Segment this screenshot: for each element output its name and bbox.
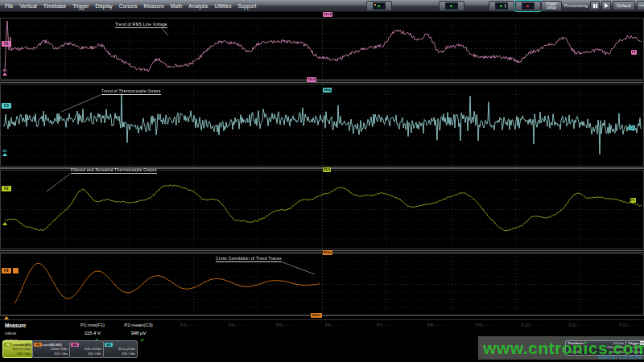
menu-item-support[interactable]: Support bbox=[237, 3, 256, 9]
trace-chip-F1[interactable]: F1 bbox=[2, 41, 11, 47]
marker-trig-time bbox=[4, 316, 9, 319]
pause-icon bbox=[593, 4, 595, 8]
measure-col-label-2[interactable]: P2:mean(C3) bbox=[114, 323, 163, 327]
status-dot bbox=[378, 5, 380, 7]
acquisition-stop-icon bbox=[522, 2, 535, 10]
menu-bar: FileVerticalTimebaseTriggerDisplayCursor… bbox=[0, 0, 644, 12]
measure-col-label-11: P11:- - - bbox=[552, 323, 602, 327]
marker-triangle bbox=[2, 222, 7, 225]
menu-item-analysis[interactable]: Analysis bbox=[188, 3, 208, 9]
descriptor-box-M2[interactable]: M2500 mV/div200 #/div bbox=[69, 340, 104, 358]
menu-item-file[interactable]: File bbox=[5, 3, 13, 9]
descriptor-function: corr(M2,M3) bbox=[43, 343, 62, 347]
level-tag-c3-top: 548µ bbox=[323, 88, 332, 93]
marker-triangle bbox=[4, 316, 9, 319]
measure-col-label-12: P12:- - - bbox=[603, 323, 644, 327]
measure-row-value: value bbox=[5, 331, 16, 335]
menu-item-utilities[interactable]: Utilities bbox=[215, 3, 232, 9]
auto-setup-button[interactable] bbox=[366, 1, 392, 11]
measure-col-label-6: P6:- - - bbox=[308, 323, 357, 327]
descriptor-box-F3[interactable]: F3corr(M2,M3)200m-3/div200 #/div bbox=[32, 340, 70, 358]
marker-F2-ref bbox=[2, 222, 7, 225]
menu-item-vertical[interactable]: Vertical bbox=[19, 3, 36, 9]
descriptor-title-F3: F3corr(M2,M3) bbox=[33, 341, 69, 347]
annotation-3: Filtered and Rescaled Thermocouple Outpu… bbox=[71, 167, 157, 174]
descriptor-title-F2: F2rescale(M3) bbox=[3, 341, 32, 347]
level-tag-f2-level: F2 bbox=[630, 198, 636, 203]
trace-chip-C3[interactable]: C3 bbox=[2, 103, 11, 109]
status-dot bbox=[500, 5, 502, 7]
zoom-trace-button[interactable]: 1 bbox=[489, 1, 514, 11]
display-mode-icon bbox=[445, 2, 458, 10]
measure-col-status-2: ✔ bbox=[140, 337, 144, 343]
measure-col-label-8: P8:- - - bbox=[410, 323, 460, 327]
level-tag-c3-level: C3 bbox=[629, 125, 634, 130]
measure-separator bbox=[0, 319, 644, 320]
pause-button[interactable] bbox=[590, 1, 600, 10]
descriptor-chip-F3: F3 bbox=[34, 343, 42, 347]
level-tag-f1-top: 117.4 bbox=[323, 12, 332, 17]
level-tag-f2-top: 23.0 bbox=[323, 167, 331, 172]
level-tag-f1-bottom: 113.4 bbox=[307, 77, 316, 82]
level-tag-f3-top: 800m bbox=[323, 250, 332, 255]
icon-number: 1 bbox=[504, 3, 506, 8]
measure-col-label-9: P9:- - - bbox=[458, 323, 508, 327]
annotation-2: Trend of Thermocouple Output bbox=[101, 88, 161, 95]
measure-col-label-4: P4:- - - bbox=[211, 323, 261, 327]
display-mode-button[interactable] bbox=[439, 1, 464, 11]
marker-M2: M2 bbox=[2, 69, 7, 76]
menu-item-cursors[interactable]: Cursors bbox=[119, 3, 138, 9]
level-tag-f1-level: F1 bbox=[631, 50, 637, 55]
descriptor-hscale: 200 #/div bbox=[3, 352, 32, 356]
status-dot bbox=[526, 5, 529, 7]
watermark: www.cntronics.com bbox=[483, 339, 644, 358]
descriptor-hscale: 200 #/div bbox=[70, 352, 103, 356]
descriptor-box-M3[interactable]: M350.0 µV/div200 #/div bbox=[103, 340, 138, 358]
descriptor-title-M3: M3 bbox=[104, 341, 137, 347]
oscilloscope-screen: FileVerticalTimebaseTriggerDisplayCursor… bbox=[0, 0, 644, 362]
processing-label: Processing bbox=[564, 3, 588, 8]
menu-item-math[interactable]: Math bbox=[171, 3, 182, 9]
marker-triangle bbox=[2, 153, 7, 156]
trigger-setup-button[interactable]: Trigger Setup bbox=[541, 1, 562, 11]
menu-items: FileVerticalTimebaseTriggerDisplayCursor… bbox=[5, 0, 256, 11]
status-dot bbox=[450, 5, 452, 7]
default-button[interactable]: Default bbox=[613, 1, 635, 10]
waveform-canvas bbox=[0, 0, 644, 362]
descriptor-function: rescale(M3) bbox=[13, 343, 31, 347]
measure-col-value-2: 348 µV bbox=[114, 331, 163, 335]
descriptor-chip-M2: M2 bbox=[71, 343, 79, 347]
marker-M3: M3 bbox=[2, 150, 7, 156]
descriptor-hscale: 200 #/div bbox=[104, 352, 137, 356]
menu-item-timebase[interactable]: Timebase bbox=[43, 3, 66, 9]
measure-col-label-10: P10:- - - bbox=[505, 323, 555, 327]
trace-chip-F3[interactable]: F3 bbox=[2, 268, 11, 274]
descriptor-chip-M3: M3 bbox=[105, 343, 113, 347]
zoom-trace-icon: 1 bbox=[495, 2, 508, 10]
descriptor-chip-F2: F2 bbox=[4, 343, 12, 347]
auto-setup-icon bbox=[373, 2, 386, 10]
descriptor-title-M2: M2 bbox=[70, 341, 103, 347]
play-button[interactable] bbox=[601, 1, 611, 10]
acquisition-stop-button[interactable] bbox=[515, 1, 541, 11]
play-icon bbox=[605, 3, 609, 8]
measure-col-label-7: P7:- - - bbox=[359, 323, 409, 327]
menu-item-trigger[interactable]: Trigger bbox=[72, 3, 89, 9]
measure-col-value-1: 115.4 V bbox=[68, 331, 118, 335]
descriptor-box-F2[interactable]: F2rescale(M3)500 m°C/div200 #/div bbox=[2, 340, 33, 358]
descriptor-hscale: 200 #/div bbox=[33, 352, 69, 356]
menu-item-measure[interactable]: Measure bbox=[144, 3, 164, 9]
toolbar-right: Trigger Setup Processing Default Undo bbox=[541, 1, 644, 10]
annotation-4: Cross Correlation of Trend Traces bbox=[216, 256, 282, 262]
undo-button[interactable]: Undo bbox=[637, 1, 644, 10]
annotation-1: Trend of RMS Line Voltage bbox=[115, 22, 167, 28]
trace-chip-F3-zero[interactable] bbox=[13, 268, 19, 274]
measure-col-label-5: P5:- - - bbox=[258, 323, 308, 327]
menu-item-display[interactable]: Display bbox=[95, 3, 112, 9]
trigger-setup-line2: Setup bbox=[542, 6, 561, 10]
marker-triangle bbox=[2, 72, 7, 76]
trace-chip-F2[interactable]: F2 bbox=[2, 186, 11, 191]
measure-col-label-1[interactable]: P1:rms(F1) bbox=[68, 323, 118, 327]
measure-col-label-3: P3:- - - bbox=[163, 323, 213, 327]
level-tag-f3-bottom: -800m bbox=[311, 313, 322, 318]
